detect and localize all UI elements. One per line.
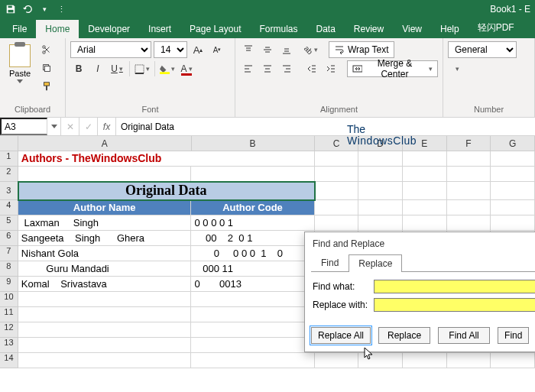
cell[interactable] bbox=[358, 215, 403, 231]
cancel-formula-button[interactable]: ✕ bbox=[61, 118, 79, 135]
row-header[interactable]: 5 bbox=[0, 215, 18, 231]
cell[interactable] bbox=[191, 307, 314, 322]
accounting-format-button[interactable] bbox=[448, 60, 465, 77]
row-header[interactable]: 2 bbox=[0, 167, 18, 182]
formula-input[interactable] bbox=[116, 118, 535, 135]
save-icon[interactable] bbox=[5, 3, 17, 15]
align-center-button[interactable] bbox=[259, 60, 276, 77]
cell[interactable] bbox=[18, 167, 192, 182]
font-size-select[interactable]: 14 bbox=[154, 41, 187, 58]
font-color-button[interactable]: A bbox=[178, 60, 195, 77]
find-all-button[interactable]: Find All bbox=[438, 327, 490, 344]
cell[interactable] bbox=[447, 200, 491, 215]
row-header[interactable]: 9 bbox=[0, 277, 18, 292]
col-header-e[interactable]: E bbox=[403, 136, 447, 151]
cell[interactable] bbox=[447, 215, 491, 231]
cell[interactable] bbox=[191, 151, 314, 167]
tab-formulas[interactable]: Formulas bbox=[250, 20, 306, 38]
cell[interactable] bbox=[191, 292, 314, 307]
cell[interactable] bbox=[18, 307, 192, 322]
qat-overflow-icon[interactable]: ⋮ bbox=[55, 3, 67, 15]
tab-help[interactable]: Help bbox=[431, 20, 469, 38]
italic-button[interactable]: I bbox=[89, 60, 106, 77]
row-header[interactable]: 1 bbox=[0, 151, 18, 167]
tab-review[interactable]: Review bbox=[345, 20, 393, 38]
col-header-d[interactable]: D bbox=[358, 136, 403, 151]
col-header-g[interactable]: G bbox=[491, 136, 535, 151]
cell[interactable]: Sangeeta Singh Ghera bbox=[18, 231, 192, 246]
row-header[interactable]: 3 bbox=[0, 182, 18, 200]
cell[interactable] bbox=[403, 215, 447, 231]
increase-indent-button[interactable] bbox=[322, 60, 339, 77]
col-header-f[interactable]: F bbox=[447, 136, 491, 151]
format-painter-button[interactable] bbox=[38, 78, 55, 95]
cell[interactable]: Author Name bbox=[18, 200, 192, 215]
name-box-dropdown[interactable] bbox=[47, 118, 61, 135]
cell[interactable] bbox=[358, 182, 403, 200]
qat-dropdown-icon[interactable]: ▾ bbox=[38, 3, 50, 15]
align-right-button[interactable] bbox=[278, 60, 295, 77]
cell[interactable]: Guru Mandadi bbox=[18, 261, 192, 277]
cell[interactable] bbox=[403, 151, 447, 167]
cell[interactable] bbox=[491, 353, 535, 368]
align-middle-button[interactable] bbox=[259, 41, 276, 58]
tab-insert[interactable]: Insert bbox=[139, 20, 180, 38]
cell[interactable]: 00 2 0 1 bbox=[191, 231, 314, 246]
cell[interactable] bbox=[447, 167, 491, 182]
row-header[interactable]: 4 bbox=[0, 200, 18, 215]
cut-button[interactable] bbox=[38, 41, 55, 58]
number-format-select[interactable]: General bbox=[448, 41, 517, 58]
cell[interactable] bbox=[191, 167, 314, 182]
replace-all-button[interactable]: Replace All bbox=[311, 327, 371, 344]
col-header-a[interactable]: A bbox=[18, 136, 192, 151]
decrease-indent-button[interactable] bbox=[303, 60, 319, 77]
cell[interactable] bbox=[447, 353, 491, 368]
row-header[interactable]: 11 bbox=[0, 307, 18, 322]
cell[interactable] bbox=[18, 292, 192, 307]
dialog-tab-replace[interactable]: Replace bbox=[349, 254, 402, 272]
merge-center-button[interactable]: Merge & Center bbox=[347, 60, 438, 77]
tab-developer[interactable]: Developer bbox=[79, 20, 139, 38]
select-all-corner[interactable] bbox=[0, 136, 18, 151]
decrease-font-button[interactable]: A▾ bbox=[209, 41, 225, 58]
row-header[interactable]: 13 bbox=[0, 338, 18, 353]
cell[interactable] bbox=[315, 200, 359, 215]
find-what-input[interactable] bbox=[374, 280, 535, 293]
cell[interactable] bbox=[491, 215, 535, 231]
tab-home[interactable]: Home bbox=[36, 20, 79, 38]
cell[interactable]: 0 0 0 0 1 0 bbox=[191, 246, 314, 261]
tab-file[interactable]: File bbox=[3, 20, 36, 38]
cell[interactable] bbox=[403, 167, 447, 182]
row-header[interactable]: 8 bbox=[0, 261, 18, 277]
cell[interactable] bbox=[403, 353, 447, 368]
cell[interactable] bbox=[18, 353, 192, 368]
cell[interactable]: 000 11 bbox=[191, 261, 314, 277]
cell[interactable]: 0 0 0 0 1 bbox=[191, 215, 314, 231]
cell[interactable] bbox=[491, 200, 535, 215]
align-left-button[interactable] bbox=[240, 60, 257, 77]
row-header[interactable]: 14 bbox=[0, 353, 18, 368]
cell[interactable] bbox=[315, 215, 359, 231]
cell[interactable] bbox=[358, 167, 403, 182]
cell[interactable] bbox=[491, 182, 535, 200]
row-header[interactable]: 7 bbox=[0, 246, 18, 261]
underline-button[interactable]: U bbox=[109, 60, 125, 77]
cell[interactable]: Authors - TheWindowsClub bbox=[18, 151, 192, 167]
cell[interactable] bbox=[403, 200, 447, 215]
cell[interactable]: Komal Srivastava bbox=[18, 277, 192, 292]
cell[interactable] bbox=[358, 200, 403, 215]
tab-addin[interactable]: 轻闪PDF bbox=[469, 18, 524, 38]
cell[interactable] bbox=[191, 353, 314, 368]
bold-button[interactable]: B bbox=[70, 60, 87, 77]
undo-icon[interactable] bbox=[21, 3, 34, 15]
cell[interactable] bbox=[403, 182, 447, 200]
cell[interactable] bbox=[358, 151, 403, 167]
row-header[interactable]: 6 bbox=[0, 231, 18, 246]
font-name-select[interactable]: Arial bbox=[70, 41, 151, 58]
cell[interactable] bbox=[315, 151, 359, 167]
cell[interactable] bbox=[447, 182, 491, 200]
cell-selected[interactable]: Original Data bbox=[18, 182, 315, 200]
dialog-tab-find[interactable]: Find bbox=[311, 254, 349, 271]
align-top-button[interactable] bbox=[240, 41, 257, 58]
cell[interactable]: Nishant Gola bbox=[18, 246, 192, 261]
